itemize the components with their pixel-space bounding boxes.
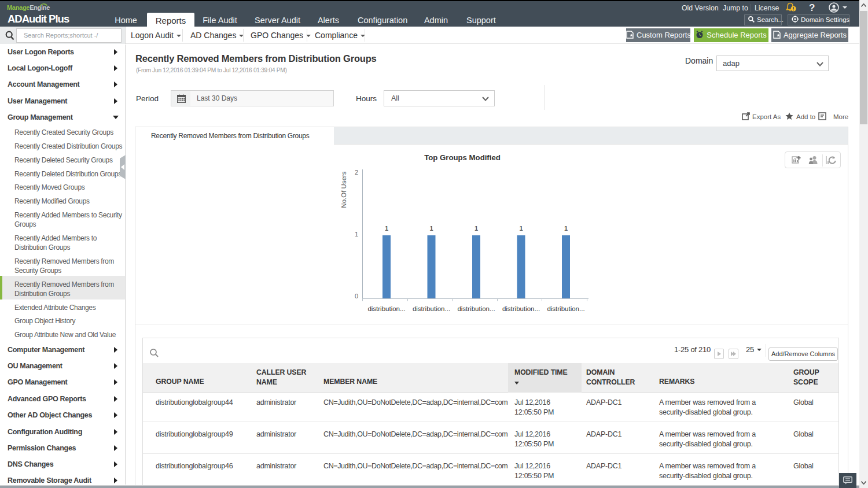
svg-text:distribution...: distribution... (502, 305, 540, 312)
svg-text:distribution...: distribution... (367, 305, 405, 312)
svg-text:distribution...: distribution... (457, 305, 495, 312)
svg-text:1: 1 (475, 225, 478, 232)
svg-text:1: 1 (564, 225, 568, 232)
svg-text:distribution...: distribution... (547, 305, 584, 312)
svg-text:No.Of Users: No.Of Users (340, 171, 347, 208)
svg-text:2: 2 (355, 169, 358, 176)
svg-text:0: 0 (355, 293, 358, 300)
svg-text:1: 1 (355, 231, 358, 238)
svg-text:1: 1 (429, 225, 433, 232)
svg-text:1: 1 (519, 225, 523, 232)
svg-text:distribution...: distribution... (413, 305, 450, 312)
svg-text:1: 1 (385, 225, 388, 232)
